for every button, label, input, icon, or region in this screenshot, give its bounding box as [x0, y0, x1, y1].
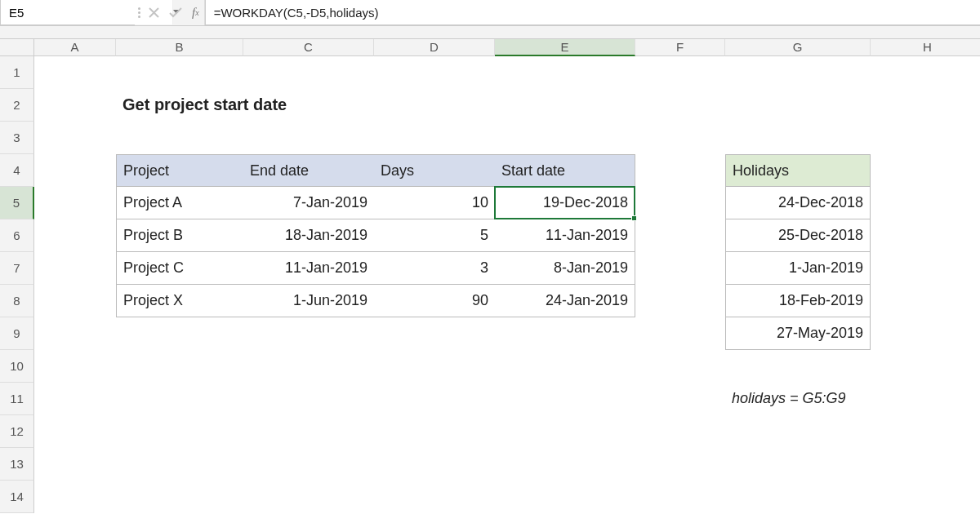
cell-G10[interactable]: [725, 350, 871, 383]
cell-E7[interactable]: 8-Jan-2019: [495, 252, 635, 285]
row-header-7[interactable]: 7: [0, 252, 34, 285]
cell-E5[interactable]: 19-Dec-2018: [495, 187, 635, 219]
cell-H1[interactable]: [871, 56, 980, 89]
cell-F4[interactable]: [635, 154, 725, 187]
cell-A3[interactable]: [34, 122, 116, 154]
row-header-8[interactable]: 8: [0, 285, 34, 317]
cell-B13[interactable]: [116, 448, 243, 481]
cell-C10[interactable]: [243, 350, 374, 383]
cell-D9[interactable]: [374, 317, 495, 350]
fx-icon[interactable]: fx: [192, 6, 199, 20]
formula-input[interactable]: =WORKDAY(C5,-D5,holidays): [205, 0, 980, 25]
cell-B8[interactable]: Project X: [116, 285, 243, 317]
cell-C7[interactable]: 11-Jan-2019: [243, 252, 374, 285]
cell-E6[interactable]: 11-Jan-2019: [495, 219, 635, 252]
cell-D5[interactable]: 10: [374, 187, 495, 219]
col-header-H[interactable]: H: [871, 39, 980, 56]
cell-C12[interactable]: [243, 415, 374, 448]
cell-G13[interactable]: [725, 448, 871, 481]
cell-C3[interactable]: [243, 122, 374, 154]
cell-E8[interactable]: 24-Jan-2019: [495, 285, 635, 317]
cell-G12[interactable]: [725, 415, 871, 448]
cell-B3[interactable]: [116, 122, 243, 154]
cell-A5[interactable]: [34, 187, 116, 219]
th-start[interactable]: Start date: [495, 154, 635, 187]
cell-F11[interactable]: [635, 383, 725, 415]
cell-A2[interactable]: [34, 89, 116, 122]
cell-F6[interactable]: [635, 219, 725, 252]
cell-D8[interactable]: 90: [374, 285, 495, 317]
cell-B9[interactable]: [116, 317, 243, 350]
cell-D10[interactable]: [374, 350, 495, 383]
cell-C8[interactable]: 1-Jun-2019: [243, 285, 374, 317]
cell-A8[interactable]: [34, 285, 116, 317]
row-header-6[interactable]: 6: [0, 219, 34, 252]
row-header-13[interactable]: 13: [0, 448, 34, 481]
cell-A13[interactable]: [34, 448, 116, 481]
cancel-icon[interactable]: [149, 7, 159, 18]
row-header-4[interactable]: 4: [0, 154, 34, 187]
cell-G6[interactable]: 25-Dec-2018: [725, 219, 871, 252]
row-header-5[interactable]: 5: [0, 187, 34, 219]
cell-G14[interactable]: [725, 481, 871, 513]
cell-F10[interactable]: [635, 350, 725, 383]
row-header-10[interactable]: 10: [0, 350, 34, 383]
cell-H11[interactable]: [871, 383, 980, 415]
row-header-3[interactable]: 3: [0, 122, 34, 154]
cell-H4[interactable]: [871, 154, 980, 187]
col-header-D[interactable]: D: [374, 39, 495, 56]
cell-F12[interactable]: [635, 415, 725, 448]
cell-H12[interactable]: [871, 415, 980, 448]
cell-F1[interactable]: [635, 56, 725, 89]
col-header-F[interactable]: F: [635, 39, 725, 56]
cell-G9[interactable]: 27-May-2019: [725, 317, 871, 350]
cell-H2[interactable]: [871, 89, 980, 122]
cell-H6[interactable]: [871, 219, 980, 252]
cell-F3[interactable]: [635, 122, 725, 154]
cell-D2[interactable]: [374, 89, 495, 122]
cell-B5[interactable]: Project A: [116, 187, 243, 219]
cell-B14[interactable]: [116, 481, 243, 513]
row-header-1[interactable]: 1: [0, 56, 34, 89]
cell-B6[interactable]: Project B: [116, 219, 243, 252]
cell-D6[interactable]: 5: [374, 219, 495, 252]
cell-E9[interactable]: [495, 317, 635, 350]
cell-B1[interactable]: [116, 56, 243, 89]
cell-F5[interactable]: [635, 187, 725, 219]
row-header-12[interactable]: 12: [0, 415, 34, 448]
cell-F13[interactable]: [635, 448, 725, 481]
confirm-icon[interactable]: [169, 7, 182, 18]
cell-F14[interactable]: [635, 481, 725, 513]
col-header-C[interactable]: C: [243, 39, 374, 56]
cell-E11[interactable]: [495, 383, 635, 415]
cell-E2[interactable]: [495, 89, 635, 122]
cell-A14[interactable]: [34, 481, 116, 513]
cell-D13[interactable]: [374, 448, 495, 481]
cell-D11[interactable]: [374, 383, 495, 415]
row-header-2[interactable]: 2: [0, 89, 34, 122]
cell-H8[interactable]: [871, 285, 980, 317]
cell-D3[interactable]: [374, 122, 495, 154]
cell-C2[interactable]: [243, 89, 374, 122]
cell-C1[interactable]: [243, 56, 374, 89]
note-cell[interactable]: holidays = G5:G9: [725, 383, 871, 415]
cell-C13[interactable]: [243, 448, 374, 481]
row-header-14[interactable]: 14: [0, 481, 34, 513]
cell-H14[interactable]: [871, 481, 980, 513]
cell-A12[interactable]: [34, 415, 116, 448]
cell-H7[interactable]: [871, 252, 980, 285]
cell-H3[interactable]: [871, 122, 980, 154]
th-days[interactable]: Days: [374, 154, 495, 187]
cell-B11[interactable]: [116, 383, 243, 415]
cell-D12[interactable]: [374, 415, 495, 448]
cell-E14[interactable]: [495, 481, 635, 513]
cell-G7[interactable]: 1-Jan-2019: [725, 252, 871, 285]
cell-G5[interactable]: 24-Dec-2018: [725, 187, 871, 219]
cell-B10[interactable]: [116, 350, 243, 383]
cell-C9[interactable]: [243, 317, 374, 350]
cell-C11[interactable]: [243, 383, 374, 415]
cell-G1[interactable]: [725, 56, 871, 89]
cell-G2[interactable]: [725, 89, 871, 122]
cell-A4[interactable]: [34, 154, 116, 187]
cell-G8[interactable]: 18-Feb-2019: [725, 285, 871, 317]
